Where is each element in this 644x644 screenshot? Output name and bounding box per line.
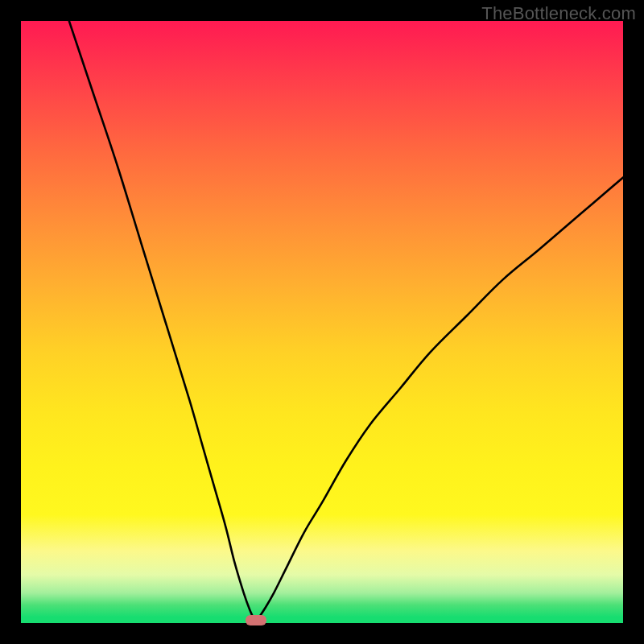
minimum-marker xyxy=(246,615,266,625)
curve-left-branch xyxy=(69,21,256,622)
curve-layer xyxy=(21,21,623,623)
watermark-text: TheBottleneck.com xyxy=(481,3,636,24)
curve-right-branch xyxy=(256,177,623,621)
